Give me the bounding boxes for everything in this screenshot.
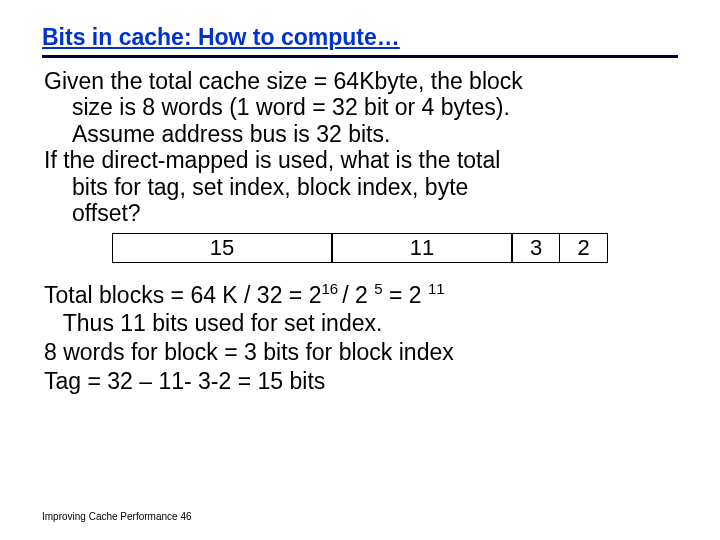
line: size is 8 words (1 word = 32 bit or 4 by… <box>44 94 678 120</box>
set-bits-cell: 11 <box>332 233 512 263</box>
block-bits-cell: 3 <box>512 233 560 263</box>
text: = 2 <box>383 282 428 308</box>
line: offset? <box>44 200 678 226</box>
slide-footer: Improving Cache Performance 46 <box>42 511 192 522</box>
calc-line: Tag = 32 – 11- 3-2 = 15 bits <box>44 367 678 396</box>
exponent: 5 <box>374 280 382 297</box>
calc-line: 8 words for block = 3 bits for block ind… <box>44 338 678 367</box>
text: Total blocks = 64 K / 32 = 2 <box>44 282 321 308</box>
line: bits for tag, set index, block index, by… <box>44 174 678 200</box>
calc-line: Total blocks = 64 K / 32 = 216 / 2 5 = 2… <box>44 281 678 310</box>
text: / 2 <box>342 282 374 308</box>
line: Assume address bus is 32 bits. <box>44 121 678 147</box>
slide-title: Bits in cache: How to compute… <box>42 24 678 58</box>
exponent: 16 <box>321 280 342 297</box>
calc-line: Thus 11 bits used for set index. <box>44 309 678 338</box>
problem-statement: Given the total cache size = 64Kbyte, th… <box>42 68 678 227</box>
line: Given the total cache size = 64Kbyte, th… <box>44 68 678 94</box>
bit-fields-table: 15 11 3 2 <box>42 233 678 263</box>
line: If the direct-mapped is used, what is th… <box>44 147 678 173</box>
tag-bits-cell: 15 <box>112 233 332 263</box>
exponent: 11 <box>428 280 445 297</box>
calculation: Total blocks = 64 K / 32 = 216 / 2 5 = 2… <box>42 281 678 396</box>
byte-bits-cell: 2 <box>560 233 608 263</box>
